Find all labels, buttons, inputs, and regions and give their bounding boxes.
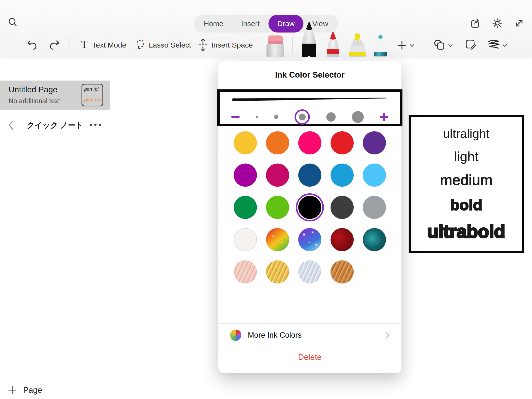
handwriting-sample-light: light: [454, 150, 478, 163]
ink-color-swatch-orange[interactable]: [266, 131, 289, 154]
chevron-right-icon: [385, 331, 390, 339]
popup-title: Ink Color Selector: [218, 70, 401, 80]
lasso-select-icon[interactable]: [134, 38, 147, 52]
shapes-chevron-down-icon[interactable]: [448, 43, 453, 48]
ink-color-swatch-rose-gold[interactable]: [234, 260, 257, 283]
ink-color-swatch-white[interactable]: [234, 228, 257, 251]
ink-color-swatch-purple[interactable]: [363, 131, 386, 154]
ink-color-swatch-gold[interactable]: [266, 260, 289, 283]
shapes-icon[interactable]: [433, 38, 446, 51]
add-pen-chevron-down-icon[interactable]: [409, 43, 415, 48]
eraser-tool-icon[interactable]: [264, 34, 287, 57]
ink-color-swatch-dark-gray[interactable]: [331, 196, 354, 219]
ink-color-swatch-black[interactable]: [298, 196, 321, 219]
ink-color-swatch-blue[interactable]: [331, 164, 354, 187]
text-mode-button[interactable]: Text Mode: [92, 41, 126, 49]
color-wheel-icon: [230, 330, 241, 341]
toolbar-divider: [425, 37, 425, 53]
search-icon[interactable]: [7, 16, 19, 28]
tab-insert[interactable]: Insert: [232, 15, 268, 33]
stroke-size-dot-38[interactable]: [326, 112, 336, 122]
ink-effects-chevron-down-icon[interactable]: [502, 43, 507, 48]
ink-color-swatch-green[interactable]: [234, 196, 257, 219]
more-ink-colors-row[interactable]: More Ink Colors: [218, 323, 401, 347]
more-ink-colors-label: More Ink Colors: [248, 331, 385, 340]
ink-color-swatch-magenta[interactable]: [234, 164, 257, 187]
ink-color-swatch-sky-blue[interactable]: [363, 164, 386, 187]
add-pen-plus-icon[interactable]: [397, 40, 407, 50]
page-title: Untitled Page: [9, 85, 57, 94]
add-page-label: Page: [23, 385, 42, 395]
undo-icon[interactable]: [26, 39, 38, 51]
ink-color-swatch-rainbow-glitter[interactable]: [266, 228, 289, 251]
ink-color-swatch-golden-yellow[interactable]: [234, 131, 257, 154]
tab-home[interactable]: Home: [195, 15, 232, 33]
stroke-size-dot-8[interactable]: [256, 116, 258, 118]
thumbnail-ink-line: pen (ora: [84, 97, 102, 103]
page-thumbnail: pen (blpen (ora: [82, 84, 103, 106]
popup-callout-arrow: [303, 55, 315, 62]
settings-gear-icon[interactable]: [491, 17, 503, 29]
sidebar-footer-divider: [0, 378, 110, 378]
stroke-width-annotation-box: [217, 89, 402, 126]
toolbar-divider: [292, 37, 293, 53]
page-list-item-selected[interactable]: Untitled Page No additional text pen (bl…: [0, 81, 110, 110]
page-subtitle: No additional text: [9, 97, 60, 105]
text-mode-icon[interactable]: T: [78, 37, 90, 51]
increase-width-plus-button[interactable]: [380, 113, 388, 121]
ink-color-swatch-red[interactable]: [331, 131, 354, 154]
stroke-size-dot-28[interactable]: [299, 114, 306, 120]
insert-space-button[interactable]: Insert Space: [211, 41, 253, 49]
ink-color-grid: [229, 131, 390, 283]
stroke-size-dot-48[interactable]: [352, 111, 364, 123]
ink-color-selector-popup: Ink Color Selector More Ink Colors Delet…: [218, 61, 401, 373]
stroke-size-dot-selected[interactable]: [295, 109, 310, 125]
red-pen-icon[interactable]: [323, 30, 343, 57]
ink-color-swatch-dark-pink[interactable]: [266, 164, 289, 187]
decrease-width-minus-button[interactable]: [231, 116, 240, 118]
add-page-button[interactable]: Page: [0, 381, 110, 399]
ink-color-swatch-galaxy[interactable]: [298, 228, 321, 251]
onenote-app: HomeInsertDrawView: [0, 0, 532, 399]
stroke-weight-samples-annotation-box: ultralightlightmediumboldultrabold: [409, 115, 524, 253]
resize-window-icon[interactable]: [513, 17, 525, 29]
ink-color-swatch-red-marble[interactable]: [331, 228, 354, 251]
black-pen-icon-selected[interactable]: [297, 20, 321, 57]
handwriting-sample-medium: medium: [440, 173, 492, 187]
top-chrome: HomeInsertDrawView: [0, 0, 532, 57]
ink-effects-squiggle-icon[interactable]: [486, 38, 500, 51]
ink-to-shape-icon[interactable]: [465, 38, 477, 51]
ink-color-swatch-teal-marble[interactable]: [363, 228, 386, 251]
ink-color-swatch-gray[interactable]: [363, 196, 386, 219]
handwriting-sample-ultrabold: ultrabold: [427, 222, 505, 241]
stroke-width-preview: [231, 96, 388, 103]
sidebar-more-ellipsis-icon[interactable]: [90, 124, 101, 126]
handwriting-sample-bold: bold: [450, 197, 482, 213]
toolbar-divider: [69, 37, 69, 53]
thumbnail-ink-line: pen (bl: [84, 86, 99, 92]
stroke-size-dot-17[interactable]: [274, 115, 278, 119]
handwriting-sample-ultralight: ultralight: [443, 128, 490, 140]
ink-color-swatch-navy-blue[interactable]: [298, 164, 321, 187]
ink-color-swatch-hot-pink[interactable]: [298, 131, 321, 154]
ink-color-swatch-silver[interactable]: [298, 260, 321, 283]
share-icon[interactable]: [469, 17, 481, 29]
add-page-plus-icon: [8, 386, 17, 395]
yellow-highlighter-icon[interactable]: [346, 32, 369, 57]
ink-color-swatch-light-green[interactable]: [266, 196, 289, 219]
page-list-sidebar: クイック ノート Untitled Page No additional tex…: [0, 57, 110, 399]
delete-pen-button[interactable]: Delete: [218, 352, 401, 362]
galaxy-pencil-icon[interactable]: [371, 33, 390, 57]
lasso-select-button[interactable]: Lasso Select: [149, 41, 191, 49]
redo-icon[interactable]: [49, 39, 61, 51]
stroke-width-size-row: [220, 110, 400, 124]
ink-color-swatch-bronze[interactable]: [331, 260, 354, 283]
insert-space-icon[interactable]: [197, 38, 209, 52]
